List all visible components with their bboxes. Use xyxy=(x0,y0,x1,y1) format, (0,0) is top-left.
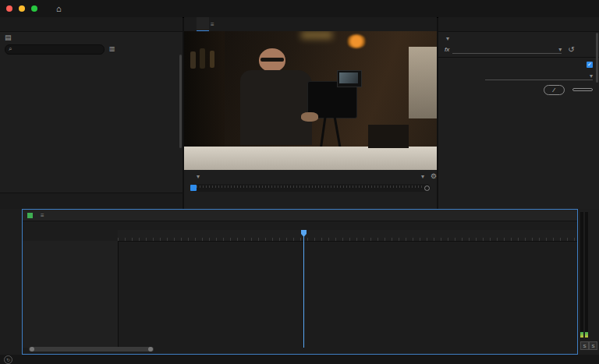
transport-controls xyxy=(184,195,437,207)
person-hand xyxy=(301,112,318,122)
scrubber-playhead[interactable] xyxy=(190,185,197,191)
search-input[interactable]: ⌕ xyxy=(5,44,105,55)
countertop xyxy=(184,147,437,170)
video-preview xyxy=(184,31,437,170)
meter-right-channel xyxy=(585,212,588,337)
lumetri-color-panel: ▾ fx ▾ ↺ ✓ ▾ ⁄ xyxy=(438,17,599,209)
bin-tabbar xyxy=(0,17,183,32)
bin-item-grid xyxy=(0,55,183,198)
bottle-shape xyxy=(190,51,196,69)
pendant-lamp xyxy=(346,34,367,48)
auto-button[interactable]: ⁄ xyxy=(544,85,565,95)
menubar: ⌂ xyxy=(0,0,599,18)
lumetri-tabbar xyxy=(438,17,599,32)
window-minimize-button[interactable] xyxy=(19,5,25,12)
warm-light xyxy=(301,31,332,39)
window-light xyxy=(409,47,437,118)
playback-resolution-select[interactable]: ▾ xyxy=(421,173,424,180)
reset-effect-icon[interactable]: ↺ xyxy=(568,46,574,54)
bin-search-row: ⌕ ▥ xyxy=(0,43,183,55)
chevron-down-icon: ▾ xyxy=(446,35,449,42)
input-lut-select[interactable]: ▾ xyxy=(485,72,593,80)
monitor-settings-wrench-icon[interactable]: ⚙ xyxy=(431,173,437,180)
tools-panel xyxy=(0,209,23,357)
monitor-tabbar: ≡ xyxy=(184,17,437,32)
zoom-level-select[interactable]: ▾ xyxy=(197,173,200,180)
premiere-window: ⌂ ▤ ⌕ ▥ ≡ xyxy=(0,0,599,364)
scrubber-ticks xyxy=(197,186,424,188)
status-bar: ↻ xyxy=(0,355,599,364)
media-browser-icon: ▤ xyxy=(5,34,12,41)
effect-select[interactable]: ▾ xyxy=(452,46,562,54)
window-zoom-button[interactable] xyxy=(31,5,37,12)
monitor-controls-row: ▾ ▾ ⚙ xyxy=(184,171,437,182)
home-icon[interactable]: ⌂ xyxy=(56,5,62,13)
tab-program-monitor[interactable] xyxy=(197,17,209,32)
panel-menu-icon[interactable]: ≡ xyxy=(41,212,44,219)
panel-menu-icon[interactable]: ≡ xyxy=(211,21,214,28)
bin-breadcrumb-row: ▤ xyxy=(0,32,183,43)
bottle-shape xyxy=(200,48,205,69)
lumetri-scrollbar[interactable] xyxy=(596,33,598,83)
bar-shadow xyxy=(368,125,409,148)
search-icon: ⌕ xyxy=(9,46,12,52)
track-lanes xyxy=(118,241,577,348)
timeline-panel: ≡ xyxy=(22,209,578,355)
bin-scrollbar[interactable] xyxy=(179,55,182,148)
program-monitor-panel: ≡ ▾ ▾ ⚙ xyxy=(184,17,437,209)
project-bin-panel: ▤ ⌕ ▥ xyxy=(0,17,183,209)
fx-icon: fx xyxy=(445,46,449,53)
scrubber-right-handle[interactable] xyxy=(424,186,430,191)
section-enabled-checkbox[interactable]: ✓ xyxy=(587,62,593,68)
playhead[interactable] xyxy=(303,230,304,348)
solo-left-button[interactable]: S xyxy=(580,341,589,350)
solo-right-button[interactable]: S xyxy=(589,341,597,350)
bottle-shape xyxy=(210,51,214,68)
tab-source-monitor[interactable] xyxy=(184,17,197,31)
meter-left-channel xyxy=(580,212,583,337)
audio-meters-panel: S S xyxy=(578,209,599,355)
timeline-horizontal-scrollbar[interactable] xyxy=(29,347,154,352)
person-glasses xyxy=(261,58,284,62)
track-headers xyxy=(23,241,119,348)
filter-icon[interactable]: ▥ xyxy=(109,46,115,52)
sync-status-icon[interactable]: ↻ xyxy=(4,355,12,364)
window-close-button[interactable] xyxy=(6,5,12,12)
monitor-scrubber[interactable] xyxy=(190,184,431,192)
timeline-tabbar: ≡ xyxy=(23,210,577,221)
reset-button[interactable] xyxy=(572,88,593,91)
camera-monitor-screen xyxy=(339,72,358,83)
timeline-ruler[interactable] xyxy=(118,230,577,242)
bin-toolbar xyxy=(0,193,183,209)
sequence-indicator xyxy=(27,213,33,218)
person-body xyxy=(240,70,312,145)
